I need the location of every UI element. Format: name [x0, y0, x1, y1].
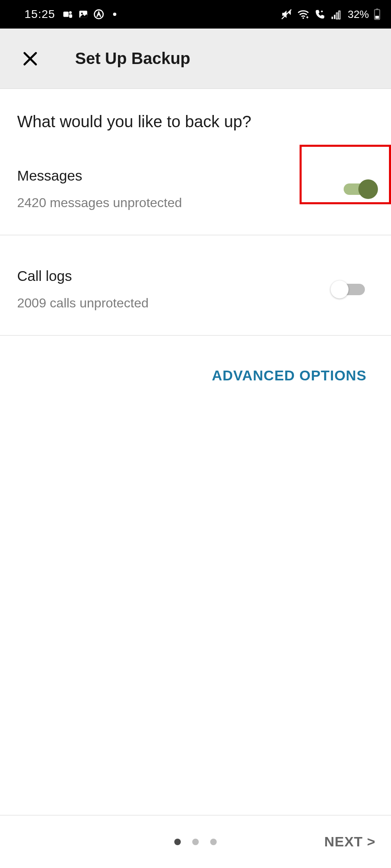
signal-icon	[331, 9, 342, 20]
item-subtitle: 2420 messages unprotected	[17, 195, 182, 210]
page-dot-2	[192, 839, 199, 845]
section-heading: What would you like to back up?	[0, 89, 391, 147]
status-left-group: 15:25	[24, 8, 116, 21]
footer-bar: NEXT >	[0, 815, 391, 868]
close-button[interactable]	[18, 46, 42, 71]
battery-percentage: 32%	[348, 8, 369, 21]
battery-icon	[374, 9, 380, 20]
svg-rect-10	[336, 13, 338, 19]
item-title: Messages	[17, 168, 182, 184]
svg-rect-13	[376, 9, 378, 10]
page-dot-3	[210, 839, 217, 845]
wifi-icon	[297, 9, 309, 20]
advanced-options-button[interactable]: ADVANCED OPTIONS	[0, 336, 391, 384]
svg-rect-14	[375, 16, 379, 19]
page-dot-1	[174, 839, 181, 845]
svg-point-4	[81, 13, 83, 14]
toggle-call-logs[interactable]	[335, 284, 365, 295]
page-indicator	[174, 839, 217, 845]
item-subtitle: 2009 calls unprotected	[17, 296, 149, 311]
svg-point-7	[302, 18, 304, 19]
mute-icon	[281, 9, 292, 20]
image-icon	[78, 9, 89, 20]
status-bar: 15:25 32%	[0, 0, 391, 29]
chevron-right-icon: >	[367, 834, 375, 850]
backup-options-list: Messages 2420 messages unprotected Call …	[0, 147, 391, 336]
list-item-messages[interactable]: Messages 2420 messages unprotected	[0, 147, 391, 235]
app-bar: Set Up Backup	[0, 29, 391, 89]
item-title: Call logs	[17, 268, 149, 284]
teams-icon	[62, 9, 73, 20]
status-time: 15:25	[24, 8, 55, 21]
status-right-group: 32%	[281, 8, 380, 21]
main-content: What would you like to back up? Messages…	[0, 89, 391, 815]
svg-rect-2	[69, 14, 72, 18]
svg-rect-9	[334, 15, 335, 19]
next-label: NEXT	[324, 834, 363, 850]
call-icon	[314, 9, 326, 20]
svg-rect-0	[63, 12, 69, 17]
svg-point-1	[69, 11, 72, 14]
toggle-messages[interactable]	[344, 183, 374, 195]
svg-rect-8	[331, 17, 333, 19]
more-notifications-dot	[113, 13, 116, 16]
page-title: Set Up Backup	[75, 49, 190, 68]
next-button[interactable]: NEXT >	[324, 834, 375, 850]
circle-a-icon	[93, 9, 104, 20]
list-item-call-logs[interactable]: Call logs 2009 calls unprotected	[0, 235, 391, 336]
svg-rect-11	[339, 11, 340, 19]
